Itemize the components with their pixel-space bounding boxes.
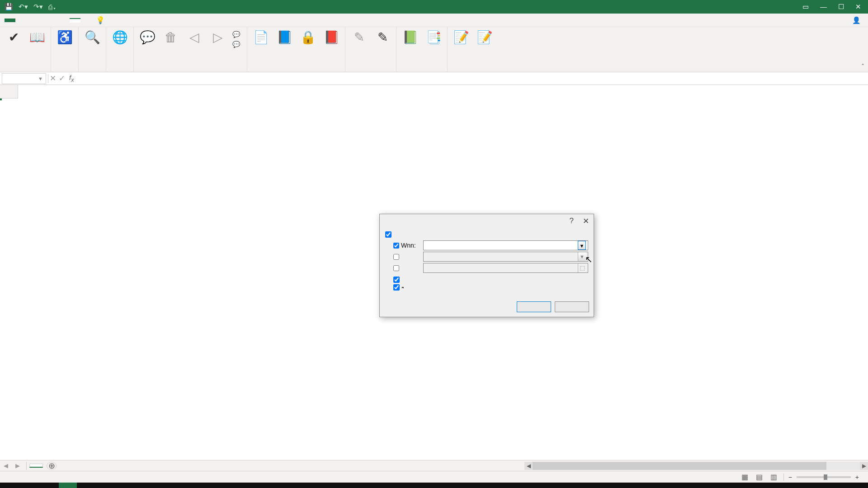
trackchanges-icon: 📝 xyxy=(453,29,469,46)
sharewb-icon: 📗 xyxy=(402,29,418,46)
excel-taskbar-icon[interactable]: X xyxy=(59,483,77,488)
undo-icon[interactable]: ↶▾ xyxy=(19,3,28,11)
add-sheet-button[interactable]: ⊕ xyxy=(47,462,57,470)
enter-icon[interactable]: ✓ xyxy=(57,74,66,83)
list-on-sheet-checkbox[interactable] xyxy=(393,284,400,291)
showall-comments-button[interactable]: 💬 xyxy=(230,40,245,50)
prev-icon: ◁ xyxy=(186,29,203,46)
tab-review[interactable] xyxy=(70,18,80,23)
tell-me-search[interactable]: 💡 xyxy=(96,16,107,24)
workbook-icon: 📘 xyxy=(276,29,292,46)
accessibility-button[interactable]: ♿ xyxy=(53,28,76,48)
file-explorer-icon[interactable]: 🗂 xyxy=(21,483,39,488)
editranges-button[interactable]: 🔒 xyxy=(296,28,320,48)
ribbon: ✔ 📖 ♿ 🔍 🌐 💬 🗑 ◁ ▷ 💬 💬 xyxy=(0,27,868,72)
translate-icon: 🌐 xyxy=(112,29,128,46)
protectwb-button[interactable]: 📘 xyxy=(273,28,296,48)
showhide-comment-button[interactable]: 💬 xyxy=(230,30,245,40)
ribbon-options-icon[interactable]: ▭ xyxy=(802,3,809,11)
sheet-tab[interactable] xyxy=(29,464,43,468)
translate-button[interactable]: 🌐 xyxy=(108,28,132,48)
range-select-icon[interactable]: ⬚ xyxy=(578,263,586,272)
ok-button[interactable] xyxy=(517,301,551,312)
cancel-icon[interactable]: ✕ xyxy=(48,74,57,83)
tab-view[interactable] xyxy=(80,19,91,22)
compare-button[interactable]: 📑 xyxy=(422,28,445,48)
spellcheck-button[interactable]: ✔ xyxy=(2,28,25,48)
tab-data[interactable] xyxy=(59,19,70,22)
zoom-out-icon[interactable]: − xyxy=(788,474,792,481)
smartlookup-button[interactable]: 🔍 xyxy=(80,28,104,48)
next-icon: ▷ xyxy=(210,29,226,46)
start-button[interactable]: ⊞ xyxy=(2,483,20,488)
tab-formulas[interactable] xyxy=(48,19,59,22)
unshare-button[interactable]: 📕 xyxy=(320,28,343,48)
startink-button[interactable]: ✎ xyxy=(347,28,371,48)
when-combobox[interactable]: ▼ xyxy=(423,240,588,250)
close-icon[interactable]: ✕ xyxy=(855,3,861,11)
sheet-tab-bar: ◀ ▶ ⊕ ◀ ▶ xyxy=(0,460,868,471)
chevron-down-icon[interactable]: ▼ xyxy=(578,241,586,250)
redo-icon[interactable]: ↷▾ xyxy=(33,3,43,11)
list-on-sheet-label xyxy=(402,287,404,288)
unshare-icon: 📕 xyxy=(323,29,340,46)
dialog-help-icon[interactable]: ? xyxy=(570,216,574,226)
collapse-ribbon-icon[interactable]: ˄ xyxy=(861,63,864,70)
tab-file[interactable] xyxy=(5,19,15,22)
track-changes-checkbox[interactable] xyxy=(385,231,392,238)
thesaurus-button[interactable]: 📖 xyxy=(25,28,49,48)
formula-bar: ▼ ✕ ✓ fx xyxy=(0,72,868,85)
deletecomment-button[interactable]: 🗑 xyxy=(159,28,183,48)
tab-prev-icon[interactable]: ◀ xyxy=(0,462,12,469)
chevron-down-icon[interactable]: ▼ xyxy=(578,252,586,261)
maximize-icon[interactable]: ☐ xyxy=(838,3,844,11)
tab-home[interactable] xyxy=(15,19,26,22)
tab-pagelayout[interactable] xyxy=(37,19,48,22)
nextcomment-button[interactable]: ▷ xyxy=(206,28,230,48)
fx-icon[interactable]: fx xyxy=(69,74,74,83)
zoom-slider[interactable] xyxy=(797,476,851,478)
tab-insert[interactable] xyxy=(26,19,37,22)
scroll-left-icon[interactable]: ◀ xyxy=(524,462,533,470)
protectsheet-button[interactable]: 📄 xyxy=(249,28,273,48)
prevcomment-button[interactable]: ◁ xyxy=(183,28,206,48)
newcomment-icon: 💬 xyxy=(139,29,156,46)
quickprint-icon[interactable]: ⎙▾ xyxy=(48,3,57,11)
app-icon[interactable]: 🗔 xyxy=(40,483,58,488)
minimize-icon[interactable]: — xyxy=(820,3,827,11)
zoom-in-icon[interactable]: + xyxy=(855,474,859,481)
who-combobox[interactable]: ▼ xyxy=(423,252,588,262)
formula-input[interactable] xyxy=(76,73,868,84)
lock-icon: 🔒 xyxy=(300,29,316,46)
hideink-button[interactable]: ✎ xyxy=(371,28,394,48)
scroll-right-icon[interactable]: ▶ xyxy=(860,462,868,470)
chevron-down-icon[interactable]: ▼ xyxy=(38,76,43,81)
where-checkbox[interactable] xyxy=(393,265,399,271)
select-all-corner[interactable] xyxy=(0,85,18,99)
newcomment-button[interactable]: 💬 xyxy=(136,28,159,48)
dialog-close-icon[interactable]: ✕ xyxy=(583,216,589,226)
highlightchanges-button[interactable]: 📝 xyxy=(473,28,496,48)
name-box[interactable]: ▼ xyxy=(2,73,46,84)
trackchanges-button[interactable]: 📝 xyxy=(449,28,473,48)
tab-next-icon[interactable]: ▶ xyxy=(12,462,24,469)
sharewb-button[interactable]: 📗 xyxy=(398,28,422,48)
status-bar: ▦ ▤ ▥ − + xyxy=(0,471,868,483)
spellcheck-icon: ✔ xyxy=(5,29,22,46)
share-button[interactable]: 👤 xyxy=(852,16,863,24)
pagelayout-view-icon[interactable]: ▤ xyxy=(755,473,764,481)
delete-icon: 🗑 xyxy=(163,29,179,46)
comments-icon: 💬 xyxy=(232,41,241,49)
highlight-onscreen-checkbox[interactable] xyxy=(393,277,400,283)
save-icon[interactable]: 💾 xyxy=(5,3,13,11)
cancel-button[interactable] xyxy=(555,301,589,312)
pen-icon: ✎ xyxy=(351,29,367,46)
pagebreak-view-icon[interactable]: ▥ xyxy=(769,473,779,481)
who-checkbox[interactable] xyxy=(393,254,399,260)
horizontal-scrollbar[interactable]: ◀ ▶ xyxy=(524,462,868,470)
normal-view-icon[interactable]: ▦ xyxy=(740,473,750,481)
when-checkbox[interactable] xyxy=(393,243,399,249)
where-rangebox[interactable]: ⬚ xyxy=(423,263,588,273)
highlight-icon: 📝 xyxy=(476,29,493,46)
search-icon: 💡 xyxy=(96,16,105,24)
